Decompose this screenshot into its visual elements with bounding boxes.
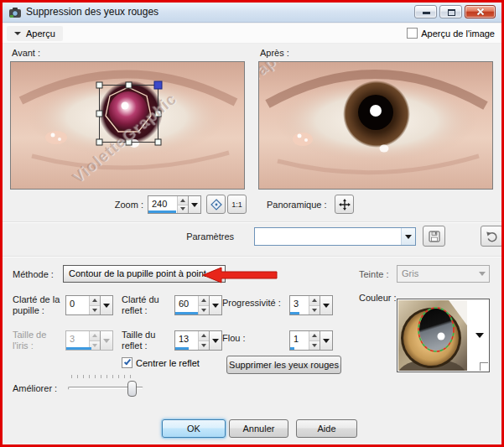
slider-ticks xyxy=(71,375,132,378)
value-bar xyxy=(148,211,176,213)
feather-label: Progressivité : xyxy=(222,298,281,309)
color-swatch-button[interactable] xyxy=(397,299,490,372)
blur-spinner[interactable]: 1 xyxy=(289,330,333,351)
navigate-button[interactable] xyxy=(206,195,226,214)
spin-down-button[interactable] xyxy=(199,306,209,315)
spin-dropdown-button[interactable] xyxy=(209,296,221,314)
maximize-icon xyxy=(448,9,455,16)
spin-dropdown-button[interactable] xyxy=(320,331,332,350)
cancel-label: Annuler xyxy=(243,424,275,434)
zoom-spinner[interactable]: 240 xyxy=(148,195,201,214)
image-preview-checkbox[interactable]: Aperçu de l'image xyxy=(407,28,495,39)
value-bar xyxy=(175,347,189,350)
swatch-dropdown-icon xyxy=(475,333,484,338)
close-button[interactable] xyxy=(465,5,496,18)
after-eye-image xyxy=(259,62,492,189)
annotation-arrow-icon xyxy=(201,267,278,283)
color-label: Couleur : xyxy=(359,293,397,304)
iris-size-spinner: 3 xyxy=(65,330,113,351)
glint-size-spinner[interactable]: 13 xyxy=(174,330,222,351)
spin-up-button[interactable] xyxy=(309,296,320,306)
spin-down-button[interactable] xyxy=(199,341,209,351)
actual-size-button[interactable]: 1:1 xyxy=(227,195,247,214)
save-icon xyxy=(428,230,441,243)
checkbox-box[interactable] xyxy=(407,28,418,39)
title-bar[interactable]: Suppression des yeux rouges xyxy=(3,3,501,23)
minimize-icon xyxy=(423,12,430,14)
ok-button[interactable]: OK xyxy=(162,419,226,438)
spin-down-button[interactable] xyxy=(90,306,100,315)
method-value: Contour de la pupille point à point xyxy=(69,268,206,278)
remove-red-eye-button[interactable]: Supprimer les yeux rouges xyxy=(226,356,341,374)
hue-label: Teinte : xyxy=(359,266,388,283)
spin-up-button xyxy=(90,331,100,341)
spin-dropdown-button xyxy=(100,331,112,350)
navigate-icon xyxy=(210,199,222,211)
glint-size-label: Taille du reflet : xyxy=(122,330,169,351)
presets-value[interactable] xyxy=(255,228,401,245)
red-eye-removal-dialog: Suppression des yeux rouges Aperçu Aperç… xyxy=(3,3,501,444)
spin-up-button[interactable] xyxy=(309,331,320,341)
help-button[interactable]: Aide xyxy=(296,419,357,438)
camera-icon xyxy=(8,6,22,19)
iris-size-label: Taille de l'iris : xyxy=(13,330,60,351)
blur-label: Flou : xyxy=(222,333,246,344)
spin-down-button[interactable] xyxy=(309,306,320,315)
center-glint-checkbox[interactable]: Centrer le reflet xyxy=(122,357,200,368)
checkbox-box[interactable] xyxy=(122,357,132,368)
move-icon xyxy=(339,199,351,211)
before-label: Avant : xyxy=(12,48,40,59)
rotation-handle[interactable] xyxy=(154,81,162,89)
maximize-button[interactable] xyxy=(439,5,462,18)
pupil-lightness-label: Clarté de la pupille : xyxy=(13,294,61,316)
method-label: Méthode : xyxy=(13,266,54,283)
cancel-button[interactable]: Annuler xyxy=(229,419,288,438)
remove-red-eye-label: Supprimer les yeux rouges xyxy=(229,360,339,370)
dropdown-arrow-icon xyxy=(475,266,489,282)
zoom-label: Zoom : xyxy=(110,196,143,214)
check-icon xyxy=(124,358,131,366)
glint-lightness-spinner[interactable]: 60 xyxy=(174,295,222,315)
chevron-down-icon xyxy=(14,32,21,35)
reset-icon xyxy=(486,230,499,243)
spin-up-button[interactable] xyxy=(90,296,100,306)
selection-overlay[interactable] xyxy=(11,62,244,189)
spin-dropdown-button[interactable] xyxy=(320,296,332,314)
spin-dropdown-button[interactable] xyxy=(188,196,200,213)
reset-button[interactable] xyxy=(481,226,501,247)
before-preview-panel[interactable]: VioletteGraphic xyxy=(10,61,245,190)
value-bar xyxy=(175,312,198,314)
preview-toggle-button[interactable]: Aperçu xyxy=(7,26,63,41)
preview-toolbar: Aperçu Aperçu de l'image xyxy=(3,23,501,44)
hue-dropdown: Gris xyxy=(397,265,490,283)
separator xyxy=(3,256,501,257)
image-preview-label: Aperçu de l'image xyxy=(421,29,495,39)
pupil-lightness-spinner[interactable]: 0 xyxy=(65,295,113,315)
feather-spinner[interactable]: 3 xyxy=(289,295,333,315)
glint-lightness-label: Clarté du reflet : xyxy=(122,294,170,316)
refine-slider-thumb[interactable] xyxy=(127,381,137,397)
pan-label: Panoramique : xyxy=(267,196,327,214)
minimize-button[interactable] xyxy=(414,5,437,18)
spin-up-button[interactable] xyxy=(199,296,209,306)
pan-button[interactable] xyxy=(335,195,354,214)
presets-combobox[interactable] xyxy=(254,227,416,246)
dialog-red-frame: Suppression des yeux rouges Aperçu Aperç… xyxy=(0,0,504,447)
spin-up-button[interactable] xyxy=(178,196,188,205)
after-preview-panel[interactable]: VioletteGraphic xyxy=(258,61,493,190)
presets-label: Paramètres xyxy=(153,227,234,246)
spin-up-button[interactable] xyxy=(199,331,209,341)
pupil-lightness-value[interactable]: 0 xyxy=(66,296,89,314)
swatch-fold-corner xyxy=(480,362,488,371)
separator xyxy=(3,221,501,223)
window-title: Suppression des yeux rouges xyxy=(26,3,158,22)
spin-dropdown-button[interactable] xyxy=(209,331,221,350)
actual-size-label: 1:1 xyxy=(231,200,242,209)
refine-label: Améliorer : xyxy=(13,383,57,394)
spin-dropdown-button[interactable] xyxy=(100,296,112,314)
value-bar xyxy=(66,347,91,350)
spin-down-button[interactable] xyxy=(309,341,320,351)
combo-dropdown-button[interactable] xyxy=(401,228,415,245)
spin-down-button[interactable] xyxy=(178,205,188,214)
save-preset-button[interactable] xyxy=(423,226,445,247)
